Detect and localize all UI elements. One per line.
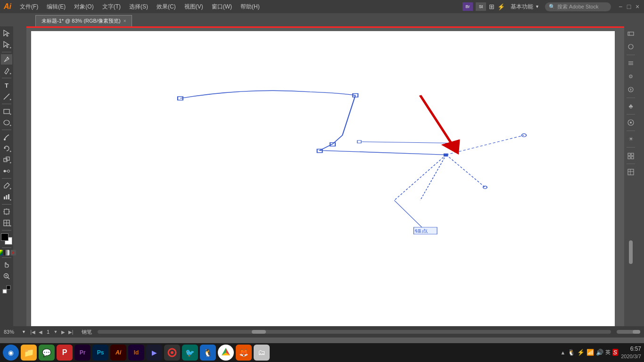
taskbar-photoshop-icon[interactable]: Ps [92,345,108,361]
ellipse-tool[interactable]: ▸ [1,117,12,128]
line-segment-tool[interactable]: ▸ [1,91,12,102]
canvas-document[interactable]: 锚点 [31,31,615,326]
right-panel-icon-6[interactable]: ♣ [626,101,636,111]
close-button[interactable]: × [635,4,640,9]
menu-object[interactable]: 对象(O) [70,1,97,12]
menu-help[interactable]: 帮助(H) [237,1,264,12]
last-page-btn[interactable]: ▶| [67,329,74,335]
zoom-tool-btn[interactable] [1,271,12,281]
color-button[interactable] [0,250,3,255]
document-tab[interactable]: 未标题-1* @ 83% (RGB/像素预览) × [35,15,132,26]
eyedropper-tool[interactable]: ▸ [1,181,12,191]
artboard-tool[interactable] [1,206,12,217]
svg-point-5 [4,120,9,125]
svg-marker-1 [4,41,9,48]
right-panel-resize-icon[interactable] [626,167,636,177]
svg-line-3 [4,94,9,99]
taskbar-powerpoint-icon[interactable]: P [57,345,73,361]
right-panel: ⚙ ♣ ☀ [624,26,637,326]
taskbar-bird-icon[interactable]: 🐦 [182,345,198,361]
right-panel-icon-8[interactable]: ☀ [626,134,636,144]
menu-file[interactable]: 文件(F) [16,1,42,12]
taskbar-network-icon[interactable]: ◉ [3,345,19,361]
hand-tool[interactable] [1,260,12,270]
menu-select[interactable]: 选择(S) [125,1,152,12]
taskbar: ◉ 📁 💬 P Pr Ps Ai Id ▶ 🐦 🐧 🦊 🗂 [0,343,644,362]
slice-tool[interactable]: ▸ [1,218,12,228]
current-tool-label: 钢笔 [82,329,92,336]
scale-tool[interactable]: ▸ [1,155,12,165]
workspace-selector[interactable]: 基本功能 ▼ [508,2,542,12]
right-scrollbar-thumb[interactable] [629,240,633,264]
first-page-btn[interactable]: |◀ [30,329,36,335]
right-panel-icon-1[interactable] [626,28,636,39]
paintbrush-tool[interactable] [1,132,12,142]
rotate-tool[interactable]: ▸ [1,143,12,154]
taskbar-corel-icon[interactable] [164,345,180,361]
restore-button[interactable]: □ [626,4,632,9]
menu-text[interactable]: 文字(T) [99,1,124,12]
blend-tool[interactable] [1,166,12,176]
menu-edit[interactable]: 编辑(E) [43,1,69,12]
right-panel-icon-7[interactable] [626,117,636,128]
taskbar-wechat-icon[interactable]: 💬 [39,345,55,361]
scrollbar-right[interactable] [637,26,644,326]
tray-network-icon[interactable]: 📶 [586,349,594,356]
bridge-button[interactable]: Br [462,2,473,11]
canvas-svg: 锚点 [31,31,615,326]
rectangle-tool[interactable]: ▸ [1,106,12,116]
canvas-area[interactable]: 锚点 [26,26,624,326]
svg-line-30 [362,142,450,143]
none-button[interactable]: × [10,250,16,255]
type-tool[interactable]: T [1,80,12,90]
svg-marker-7 [4,147,6,149]
right-panel-icon-3[interactable] [626,58,636,68]
right-panel-icon-4[interactable]: ⚙ [626,71,636,82]
tray-antivirus-icon[interactable]: S [612,349,619,356]
taskbar-firefox-icon[interactable]: 🦊 [236,345,252,361]
taskbar-video-icon[interactable]: ▶ [146,345,162,361]
stock-button[interactable]: St [476,2,486,11]
taskbar-chrome-icon[interactable] [218,345,234,361]
tab-label: 未标题-1* @ 83% (RGB/像素预览) [41,17,121,25]
menu-window[interactable]: 窗口(W) [208,1,236,12]
tab-close-button[interactable]: × [124,18,126,24]
svg-point-46 [628,44,633,49]
gradient-button[interactable] [4,250,9,255]
minimize-button[interactable]: − [618,4,623,9]
taskbar-premiere-icon[interactable]: Pr [74,345,91,361]
taskbar-qq-icon[interactable]: 🐧 [200,345,216,361]
menu-view[interactable]: 视图(V) [181,1,207,12]
right-panel-icon-2[interactable] [626,41,636,52]
tray-lang-icon[interactable]: 英 [605,349,611,356]
pencil-tool[interactable]: ▸ [1,66,12,76]
page-number-dropdown[interactable]: ▼ [52,329,59,335]
menu-effect[interactable]: 效果(C) [153,1,180,12]
taskbar-folder-icon[interactable]: 📁 [21,345,37,361]
placeholder-bottom-tool[interactable] [1,284,12,295]
tray-arrow-up[interactable]: ▲ [561,350,566,355]
taskbar-files-icon[interactable]: 🗂 [254,345,270,361]
svg-rect-56 [631,156,634,159]
right-panel-icon-9[interactable] [626,150,636,161]
pen-tool[interactable] [1,54,12,65]
bottom-right-scrollbar[interactable] [617,330,640,334]
next-page-btn[interactable]: ▶ [60,329,66,335]
right-panel-icon-5[interactable] [626,84,636,95]
tray-volume-icon[interactable]: 🔊 [596,349,603,356]
direct-selection-tool[interactable]: ▸ [1,40,12,50]
prev-page-btn[interactable]: ◀ [37,329,44,335]
taskbar-illustrator-icon[interactable]: Ai [110,345,126,361]
graph-tool[interactable]: ▸ [1,192,12,202]
stock-search-box[interactable]: 🔍 搜索 Adobe Stock [545,2,611,11]
zoom-dropdown-arrow[interactable]: ▼ [22,329,26,334]
color-swatch[interactable] [1,233,12,245]
taskbar-indesign-icon[interactable]: Id [128,345,144,361]
selection-tool[interactable] [1,28,12,39]
bottom-scrollbar[interactable] [98,330,611,334]
tray-qq-small[interactable]: 🐧 [568,349,575,356]
stroke-color[interactable] [1,233,8,241]
layout-grid-icon[interactable]: ⊞ [489,3,495,10]
tray-plugin-icon[interactable]: ⚡ [577,349,585,356]
bottom-scroll-thumb[interactable] [252,330,266,334]
